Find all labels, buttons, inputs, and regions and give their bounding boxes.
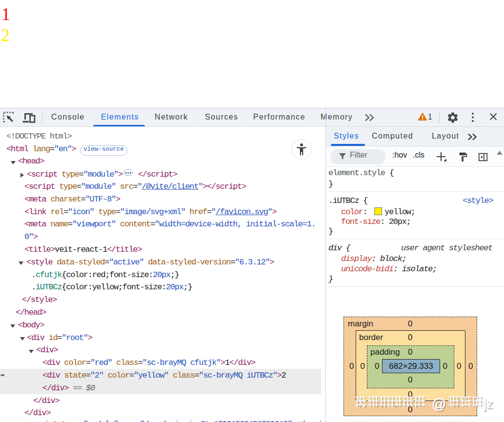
svg-text:jz: jz xyxy=(483,397,493,411)
svg-text:@: @ xyxy=(432,396,446,412)
